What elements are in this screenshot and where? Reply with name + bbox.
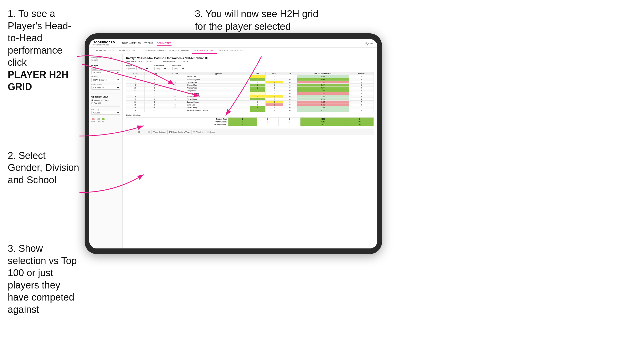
table-row: 14 7 4 Eunice Yi 2 2 0 0.38 9 [126, 95, 374, 98]
sub-nav-team-summary[interactable]: TEAM SUMMARY [93, 48, 116, 54]
opponent-view-title: Opponent view [91, 95, 120, 98]
region-filter: Region Opponents: (All) [126, 65, 149, 70]
radio-top100-dot [91, 102, 93, 104]
toolbar-sep2 [167, 130, 168, 134]
conference-select[interactable]: (All) [154, 67, 167, 70]
colour-down: Down [91, 118, 95, 122]
opponent-filter-label: Opponent [172, 65, 185, 66]
save-custom-view-btn[interactable]: 💾 Save Custom View [169, 131, 190, 133]
step1-block: 1. To see a Player's Head-to-Head perfor… [8, 8, 79, 93]
colour-up-dot [102, 118, 105, 120]
table-row: 10 6 3 Andrea York 2 0 0 4.00 4 [126, 86, 374, 89]
table-header-row: # Div # Reg # Conf Opponent Win Loss Tie… [126, 72, 374, 75]
nav-tournaments[interactable]: TOURNAMENTS [122, 41, 141, 46]
step1-bold: PLAYER H2H GRID [8, 69, 68, 92]
watch-btn[interactable]: 👁 Watch ▾ [193, 131, 203, 133]
step2-text: 2. Select Gender, Division and School [8, 150, 79, 186]
table-row: 6 3 3 Sydney Kuo 0 1 0 -1.00 3 [126, 81, 374, 84]
player-rank-label: Player (Rank) [91, 83, 120, 85]
th-reg: # Reg [144, 72, 164, 75]
table-row: 9 1 4 Sharon Mun 1 0 0 3.67 3 [126, 84, 374, 86]
table-row: 18 2 2 Euna Lee 0 1 0 -5.00 2 [126, 103, 374, 106]
ood-header: Out of division [126, 114, 374, 116]
main-content: Last Updated: 27/03/2024 16:55:38 Player… [89, 54, 377, 248]
th-conf: # Conf [164, 72, 186, 75]
player-rank-select[interactable]: 8. Katelyn Vo [91, 86, 120, 90]
th-loss: Loss [265, 72, 283, 75]
main-data-table: # Div # Reg # Conf Opponent Win Loss Tie… [126, 72, 374, 112]
player-section-title: Player [91, 64, 120, 67]
colour-by-label: Colour by [91, 109, 120, 110]
bottom-toolbar: ↩ ↪ ↩ ⊞ ↩ ↪ ⊙ View: Original 💾 Save Cust… [126, 129, 374, 135]
step3-block: 3. Show selection vs Top 100 or just pla… [8, 243, 79, 316]
nav-sign-out[interactable]: Sign out [365, 42, 373, 45]
table-row: 15 8 5 Stella Cheng 1 0 0 1.25 4 [126, 98, 374, 101]
app-navbar: SCOREBOARD Powered by clippd TOURNAMENTS… [89, 39, 377, 48]
sub-nav-player-summary[interactable]: PLAYER SUMMARY [166, 48, 192, 54]
colour-up: Up [102, 118, 105, 122]
ood-table-row: NAIA Division 1 15 0 0 9.267 30 [126, 120, 374, 123]
opponent-filter: Opponent (All) [172, 65, 185, 70]
table-row: 5 2 2 Alexis Sudjianto 1 0 0 4.00 3 [126, 78, 374, 81]
gender-select[interactable]: Women's [91, 70, 120, 74]
th-div: # Div [126, 72, 145, 75]
clock-btn[interactable]: ⊙ [148, 131, 150, 133]
colour-legend: Down Level Up [91, 118, 120, 122]
brand: SCOREBOARD Powered by clippd [93, 41, 115, 46]
brand-name: SCOREBOARD [93, 41, 115, 44]
sub-nav-team-h2h-heatmap[interactable]: TEAM H2H HEATMAP [139, 48, 166, 54]
step2-block: 2. Select Gender, Division and School [8, 150, 79, 186]
division-label: Division [91, 76, 120, 78]
step3-right-text: 3. You will now see H2H grid for the pla… [195, 8, 323, 33]
th-diff: Diff Av Strokes/Rnd [297, 72, 349, 75]
nav-teams[interactable]: TEAMS [144, 41, 153, 46]
conference-filter: Conference (All) [154, 65, 167, 70]
tablet-frame: SCOREBOARD Powered by clippd TOURNAMENTS… [85, 33, 382, 254]
region-select[interactable]: (All) [136, 67, 149, 70]
opponent-view-radio-group: Opponents Played Top 100 [91, 99, 120, 104]
table-row: 20 11 7 Federica Domecq Lacroze 2 1 0 1.… [126, 109, 374, 112]
table-row: 13 1 1 Jessica Huang 2 0 0 -3.00 2 [126, 92, 374, 95]
radio-top100[interactable]: Top 100 [91, 102, 120, 104]
sub-nav-player-h2h-heatmap[interactable]: PLAYER H2H HEATMAP [217, 48, 247, 54]
nav-committee[interactable]: COMMITTEE [157, 41, 172, 46]
toolbar-sep3 [191, 130, 192, 134]
th-opponent: Opponent [186, 72, 250, 75]
radio-opponents-played[interactable]: Opponents Played [91, 99, 120, 101]
sub-nav-team-h2h-grid[interactable]: TEAM H2H GRID [116, 48, 139, 54]
toolbar-sep1 [152, 130, 152, 134]
table-row: 11 2 5 Heejo Hyun 1 0 0 3.33 3 [126, 89, 374, 92]
colour-by-select[interactable]: Win/loss [91, 111, 120, 115]
division-select[interactable]: NCAA Division III [91, 78, 120, 82]
left-panel: Last Updated: 27/03/2024 16:55:38 Player… [89, 54, 123, 248]
step3-left-text: 3. Show selection vs Top 100 or just pla… [8, 243, 79, 316]
table-body: 3 1 1 Esther Lee 1 0 1 1.50 4 5 2 2 Alex… [126, 75, 374, 112]
grid-title: Katelyn Vo Head-to-Head Grid for Women's… [126, 56, 374, 60]
instructions-left: 1. To see a Player's Head-to-Head perfor… [0, 0, 87, 347]
tablet-screen: SCOREBOARD Powered by clippd TOURNAMENTS… [89, 39, 377, 248]
division-record: Division Record: 331 - 34 - 6 [162, 60, 188, 63]
redo-btn[interactable]: ↪ [132, 131, 133, 133]
sub-nav-player-h2h-grid[interactable]: PLAYER H2H GRID [192, 48, 217, 54]
conference-label: Conference [154, 65, 167, 66]
colour-level-dot [97, 118, 100, 120]
view-original-btn[interactable]: View: Original [153, 131, 166, 133]
undo2-btn[interactable]: ↩ [135, 131, 137, 133]
table-row: 16 3 4 Jessica Mason 1 2 0 -0.94 7 [126, 101, 374, 103]
back-btn[interactable]: ↩ [142, 131, 143, 133]
opponents-filter-label: Opponents: [126, 68, 135, 70]
opponent-select[interactable]: (All) [172, 67, 185, 70]
toolbar-sep4 [205, 130, 205, 134]
gender-label: Gender [91, 68, 120, 70]
last-updated: Last Updated: 27/03/2024 16:55:38 [91, 56, 120, 62]
grid-btn[interactable]: ⊞ [138, 131, 140, 133]
share-btn[interactable]: ⬜ Share [206, 131, 215, 133]
overall-record: Overall Record: 353 - 34 - 6 [126, 60, 152, 63]
table-row: 19 10 6 Emily Chang 4 1 0 0.30 11 [126, 106, 374, 109]
ood-table: Foreign Team 1 0 0 4.500 2 NAIA Division… [126, 117, 374, 126]
colour-down-dot [92, 118, 95, 120]
undo-btn[interactable]: ↩ [128, 131, 130, 133]
fwd-btn[interactable]: ↪ [145, 131, 147, 133]
table-header: # Div # Reg # Conf Opponent Win Loss Tie… [126, 72, 374, 75]
brand-sub: Powered by clippd [93, 44, 115, 46]
